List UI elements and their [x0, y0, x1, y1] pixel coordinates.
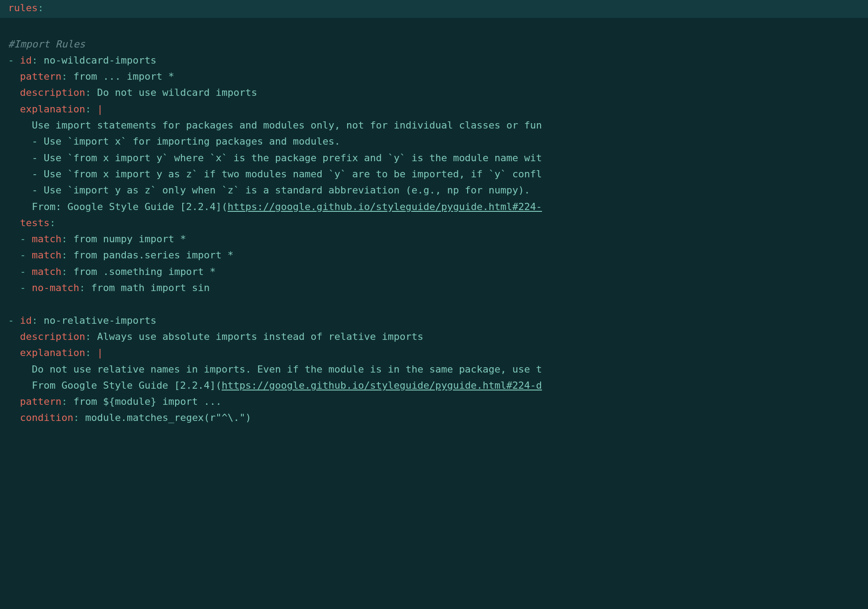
- styleguide-link[interactable]: https://google.github.io/styleguide/pygu…: [222, 380, 542, 391]
- yaml-key-description: description: [20, 331, 86, 342]
- code-editor[interactable]: rules: #Import Rules - id: no-wildcard-i…: [0, 0, 868, 426]
- yaml-key-match: match: [32, 249, 61, 261]
- yaml-key-match: match: [32, 233, 61, 244]
- explanation-line: - Use `from x import y` where `x` is the…: [8, 152, 542, 163]
- yaml-key-no-match: no-match: [32, 282, 79, 293]
- yaml-key-explanation: explanation: [20, 103, 86, 115]
- explanation-line: Use import statements for packages and m…: [8, 120, 542, 131]
- highlighted-line[interactable]: rules:: [0, 0, 868, 18]
- yaml-key-explanation: explanation: [20, 347, 86, 358]
- explanation-line: Do not use relative names in imports. Ev…: [8, 364, 542, 375]
- editor-content[interactable]: #Import Rules - id: no-wildcard-imports …: [0, 18, 868, 426]
- blank-line: [8, 20, 860, 36]
- explanation-line: - Use `from x import y as z` if two modu…: [8, 168, 542, 180]
- explanation-line: - Use `import y as z` only when `z` is a…: [8, 184, 530, 196]
- yaml-key-description: description: [20, 87, 86, 98]
- explanation-line: - Use `import x` for importing packages …: [8, 136, 340, 147]
- yaml-key-pattern: pattern: [20, 396, 62, 407]
- yaml-key-match: match: [32, 266, 61, 277]
- styleguide-link[interactable]: https://google.github.io/styleguide/pygu…: [228, 201, 542, 212]
- yaml-key-tests: tests: [20, 217, 50, 228]
- comment-import-rules: #Import Rules: [8, 39, 85, 50]
- yaml-key-id: id: [20, 55, 32, 66]
- blank-line: [8, 296, 860, 312]
- yaml-key-rules: rules: [8, 2, 38, 13]
- yaml-key-pattern: pattern: [20, 71, 62, 82]
- yaml-key-condition: condition: [20, 412, 73, 423]
- yaml-key-id: id: [20, 315, 32, 326]
